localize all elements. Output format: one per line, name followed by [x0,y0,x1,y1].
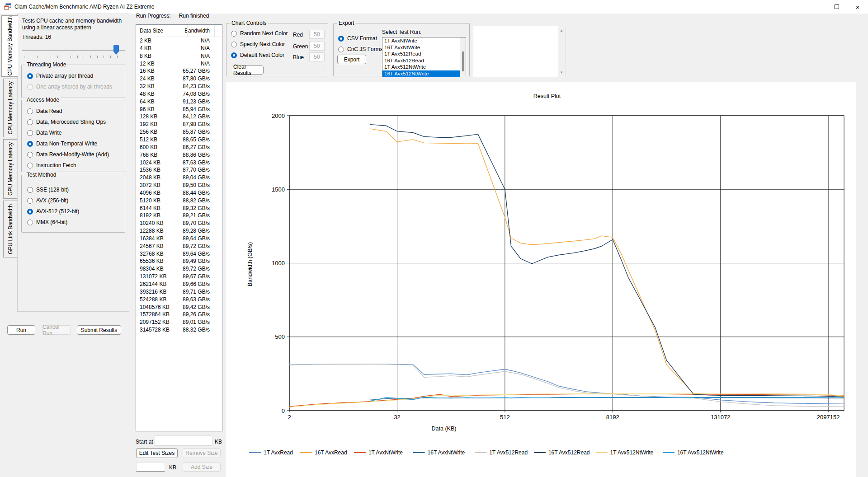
data-size-cell: 1536 KB [140,166,160,174]
data-size-cell: 262144 KB [140,281,166,288]
add-size-button[interactable]: Add Size [183,462,221,472]
radio-icon [338,36,344,42]
settings-panel: Tests CPU cache and memory bandwidth usi… [17,14,129,312]
radio-option[interactable]: Data, Microcoded String Ops [27,117,109,127]
table-row: 96 KB85,94 GB/s [136,106,222,113]
scrollbar-thumb[interactable] [462,51,464,71]
submit-results-button[interactable]: Submit Results [77,325,121,335]
data-size-cell: 5120 KB [140,197,160,205]
access-mode-title: Access Mode [25,97,61,103]
radio-option[interactable]: Data Read-Modify-Write (Add) [27,149,109,160]
data-size-cell: 48 KB [140,90,155,98]
bandwidth-cell: 89,01 GB/s [183,318,210,326]
text-area-scrollbar[interactable]: ▲ ▼ [558,26,566,77]
tab-gpu-link-bandwidth[interactable]: GPU Link Bandwidth [3,201,17,257]
scroll-down-icon[interactable]: ▼ [560,70,563,75]
radio-option[interactable]: MMX (64-bit) [27,217,79,228]
radio-option[interactable]: SSE (128-bit) [27,184,79,195]
radio-option[interactable]: CSV Format [338,33,385,44]
window-title: Clam Cache/Mem Benchmark: AMD Ryzen AI Z… [14,4,154,10]
add-size-input[interactable] [136,462,165,472]
test-run-item[interactable]: 16T Avx512Read [382,57,466,64]
bandwidth-cell: N/A [201,45,210,52]
legend-label: 16T Avx512Read [548,449,590,456]
radio-option[interactable]: Data Write [27,127,109,138]
clear-results-button[interactable]: Clear Results [233,65,264,75]
radio-option[interactable]: AVX-512 (512-bit) [27,206,79,217]
minimize-button[interactable] [806,0,826,14]
data-size-cell: 1024 KB [140,159,160,167]
bandwidth-cell: 87,70 GB/s [183,166,210,174]
threads-slider-track[interactable] [22,50,125,51]
bandwidth-cell: 89,66 GB/s [183,281,210,288]
data-size-cell: 16 KB [140,67,155,75]
bandwidth-cell: 89,26 GB/s [183,311,210,318]
radio-icon [27,198,33,204]
edit-test-sizes-button[interactable]: Edit Test Sizes [136,448,178,458]
scroll-up-icon[interactable]: ▲ [560,28,563,33]
threads-slider-thumb[interactable] [113,45,119,55]
radio-option[interactable]: Instruction Fetch [27,160,109,171]
empty-text-area[interactable]: ▲ ▼ [473,26,566,77]
start-at-input[interactable] [155,435,212,445]
test-run-item[interactable]: 1T Avx512NtWrite [382,64,466,70]
radio-option[interactable]: One array shared by all threads [27,81,112,92]
results-table-body: 2 KBN/A4 KBN/A8 KBN/A12 KBN/A16 KB65,27 … [136,37,222,431]
radio-option[interactable]: Data Read [27,106,109,117]
remove-size-button[interactable]: Remove Size [183,448,221,458]
result-plot-chart: 232512819213107220971520500100015002000R… [226,82,856,477]
column-bandwidth: Bandwidth [184,28,210,34]
red-input[interactable] [309,30,325,39]
column-divider [214,25,215,37]
radio-option[interactable]: Random Next Color [231,28,288,39]
radio-label: Data, Microcoded String Ops [36,119,106,125]
tab-cpu-memory-bandwidth[interactable]: CPU Memory Bandwidth [1,15,18,77]
table-row: 24 KB87,80 GB/s [136,75,222,83]
radio-label: CnC JS Format [347,46,385,52]
bandwidth-cell: 65,27 GB/s [183,67,210,75]
data-size-cell: 12 KB [140,60,155,68]
radio-option[interactable]: Private array per thread [27,70,112,81]
test-run-item[interactable]: 16T Avx512NtWrite [382,70,466,77]
table-row: 98304 KB89,72 GB/s [136,265,222,273]
test-method-title: Test Method [25,172,57,178]
radio-icon [27,108,33,114]
result-plot-panel: 232512819213107220971520500100015002000R… [226,82,856,477]
data-size-cell: 32768 KB [140,250,164,258]
table-row: 10240 KB89,70 GB/s [136,220,222,227]
bandwidth-cell: 89,67 GB/s [183,273,210,281]
test-run-item[interactable]: 1T AvxNtWrite [382,37,466,44]
test-run-item[interactable]: 1T Avx512Read [382,51,466,57]
bandwidth-cell: 89,28 GB/s [183,227,210,235]
data-size-cell: 2097152 KB [140,318,170,326]
radio-label: Data Write [36,130,61,136]
listbox-scrollbar[interactable] [460,37,466,77]
run-button[interactable]: Run [7,325,35,335]
data-size-cell: 12288 KB [140,227,164,235]
blue-label: Blue [293,54,304,61]
close-button[interactable]: × [847,0,868,14]
restore-button[interactable] [826,0,847,14]
data-size-cell: 512 KB [140,136,157,144]
data-size-cell: 192 KB [140,121,157,128]
bandwidth-cell: 89,72 GB/s [183,265,210,273]
blue-input[interactable] [309,52,325,61]
data-size-cell: 2048 KB [140,174,160,182]
cancel-run-button[interactable]: Cancel Run [42,325,71,335]
table-row: 3072 KB89,50 GB/s [136,182,222,189]
data-size-cell: 65536 KB [140,257,164,265]
tab-gpu-memory-latency[interactable]: GPU Memory Latency [3,139,17,199]
test-run-listbox[interactable]: 1T AvxNtWrite16T AvxNtWrite1T Avx512Read… [382,37,466,77]
bandwidth-cell: 89,32 GB/s [183,205,210,212]
radio-option[interactable]: CnC JS Format [338,44,385,55]
export-button[interactable]: Export [337,55,366,64]
green-input[interactable] [309,42,325,51]
radio-option[interactable]: Default Next Color [231,50,288,61]
radio-option[interactable]: Specify Next Color [231,39,288,50]
radio-option[interactable]: Data Non-Temporal Write [27,138,109,149]
radio-option[interactable]: AVX (256-bit) [27,195,79,206]
bandwidth-cell: 89,21 GB/s [183,212,210,220]
legend-label: 1T Avx512NtWrite [610,449,654,456]
tab-cpu-memory-latency[interactable]: CPU Memory Latency [3,79,17,137]
test-run-item[interactable]: 16T AvxNtWrite [382,44,466,51]
